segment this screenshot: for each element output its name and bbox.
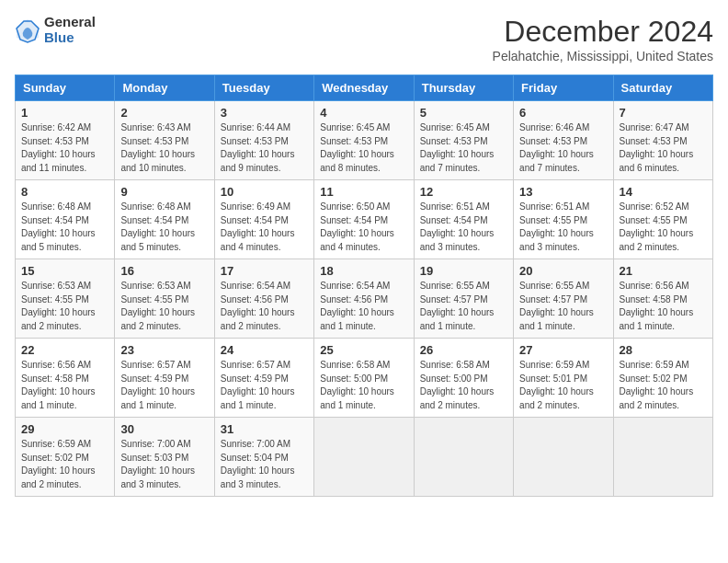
calendar-cell: 17Sunrise: 6:54 AMSunset: 4:56 PMDayligh… [214, 259, 313, 339]
calendar-cell: 24Sunrise: 6:57 AMSunset: 4:59 PMDayligh… [214, 339, 313, 418]
calendar-cell: 16Sunrise: 6:53 AMSunset: 4:55 PMDayligh… [115, 259, 214, 339]
calendar-cell: 28Sunrise: 6:59 AMSunset: 5:02 PMDayligh… [613, 339, 712, 418]
day-number: 4 [320, 106, 407, 120]
day-number: 3 [221, 106, 308, 120]
logo: General Blue [15, 15, 96, 45]
page-header: General Blue December 2024 Pelahatchie, … [15, 15, 713, 63]
calendar-week-4: 22Sunrise: 6:56 AMSunset: 4:58 PMDayligh… [16, 339, 713, 418]
calendar-cell: 20Sunrise: 6:55 AMSunset: 4:57 PMDayligh… [514, 259, 613, 339]
cell-details: Sunrise: 6:50 AMSunset: 4:54 PMDaylight:… [320, 201, 407, 254]
calendar-week-5: 29Sunrise: 6:59 AMSunset: 5:02 PMDayligh… [16, 418, 713, 497]
calendar-cell: 5Sunrise: 6:45 AMSunset: 4:53 PMDaylight… [414, 101, 513, 180]
day-number: 1 [21, 106, 108, 120]
calendar-cell: 3Sunrise: 6:44 AMSunset: 4:53 PMDaylight… [214, 101, 313, 180]
calendar-week-3: 15Sunrise: 6:53 AMSunset: 4:55 PMDayligh… [16, 259, 713, 339]
calendar-header-friday: Friday [514, 75, 613, 101]
calendar-cell [613, 418, 712, 497]
title-section: December 2024 Pelahatchie, Mississippi, … [493, 15, 713, 63]
day-number: 13 [519, 185, 607, 199]
calendar-cell [414, 418, 513, 497]
calendar-header-sunday: Sunday [16, 75, 115, 101]
day-number: 19 [420, 264, 507, 278]
day-number: 30 [120, 422, 208, 436]
day-number: 25 [320, 343, 407, 357]
calendar-cell: 14Sunrise: 6:52 AMSunset: 4:55 PMDayligh… [613, 180, 712, 259]
cell-details: Sunrise: 6:53 AMSunset: 4:55 PMDaylight:… [21, 280, 108, 333]
calendar-cell: 4Sunrise: 6:45 AMSunset: 4:53 PMDaylight… [314, 101, 414, 180]
calendar-cell: 21Sunrise: 6:56 AMSunset: 4:58 PMDayligh… [613, 259, 712, 339]
calendar-cell: 10Sunrise: 6:49 AMSunset: 4:54 PMDayligh… [214, 180, 313, 259]
cell-details: Sunrise: 6:48 AMSunset: 4:54 PMDaylight:… [21, 201, 108, 254]
day-number: 31 [221, 422, 308, 436]
logo-icon [15, 17, 40, 43]
cell-details: Sunrise: 6:56 AMSunset: 4:58 PMDaylight:… [21, 359, 108, 412]
day-number: 28 [620, 343, 707, 357]
day-number: 16 [120, 264, 208, 278]
cell-details: Sunrise: 6:55 AMSunset: 4:57 PMDaylight:… [519, 280, 607, 333]
day-number: 18 [320, 264, 407, 278]
calendar-cell: 1Sunrise: 6:42 AMSunset: 4:53 PMDaylight… [16, 101, 115, 180]
cell-details: Sunrise: 6:42 AMSunset: 4:53 PMDaylight:… [21, 121, 108, 175]
calendar-cell: 31Sunrise: 7:00 AMSunset: 5:04 PMDayligh… [214, 418, 313, 497]
day-number: 21 [620, 264, 707, 278]
day-number: 15 [21, 264, 108, 278]
day-number: 5 [420, 106, 507, 120]
calendar-header-row: SundayMondayTuesdayWednesdayThursdayFrid… [16, 75, 713, 101]
day-number: 29 [21, 422, 108, 436]
calendar-cell: 26Sunrise: 6:58 AMSunset: 5:00 PMDayligh… [414, 339, 513, 418]
calendar-header-monday: Monday [115, 75, 214, 101]
cell-details: Sunrise: 6:54 AMSunset: 4:56 PMDaylight:… [221, 280, 308, 333]
cell-details: Sunrise: 6:45 AMSunset: 4:53 PMDaylight:… [420, 121, 507, 175]
cell-details: Sunrise: 6:58 AMSunset: 5:00 PMDaylight:… [320, 359, 407, 412]
calendar-cell: 2Sunrise: 6:43 AMSunset: 4:53 PMDaylight… [115, 101, 214, 180]
day-number: 10 [221, 185, 308, 199]
logo-blue-text: Blue [44, 30, 96, 46]
day-number: 24 [221, 343, 308, 357]
month-title: December 2024 [493, 15, 713, 49]
cell-details: Sunrise: 6:59 AMSunset: 5:01 PMDaylight:… [519, 359, 607, 412]
cell-details: Sunrise: 6:54 AMSunset: 4:56 PMDaylight:… [320, 280, 407, 333]
day-number: 17 [221, 264, 308, 278]
cell-details: Sunrise: 6:44 AMSunset: 4:53 PMDaylight:… [221, 121, 308, 175]
cell-details: Sunrise: 6:51 AMSunset: 4:55 PMDaylight:… [519, 201, 607, 254]
calendar-header-thursday: Thursday [414, 75, 513, 101]
day-number: 11 [320, 185, 407, 199]
cell-details: Sunrise: 6:48 AMSunset: 4:54 PMDaylight:… [120, 201, 208, 254]
calendar-cell: 13Sunrise: 6:51 AMSunset: 4:55 PMDayligh… [514, 180, 613, 259]
day-number: 6 [519, 106, 607, 120]
calendar-table: SundayMondayTuesdayWednesdayThursdayFrid… [15, 75, 713, 497]
cell-details: Sunrise: 6:57 AMSunset: 4:59 PMDaylight:… [120, 359, 208, 412]
cell-details: Sunrise: 7:00 AMSunset: 5:04 PMDaylight:… [221, 438, 308, 491]
logo-text: General Blue [44, 15, 96, 45]
cell-details: Sunrise: 6:53 AMSunset: 4:55 PMDaylight:… [120, 280, 208, 333]
cell-details: Sunrise: 6:47 AMSunset: 4:53 PMDaylight:… [620, 121, 707, 175]
cell-details: Sunrise: 6:59 AMSunset: 5:02 PMDaylight:… [21, 438, 108, 491]
cell-details: Sunrise: 6:57 AMSunset: 4:59 PMDaylight:… [221, 359, 308, 412]
calendar-week-1: 1Sunrise: 6:42 AMSunset: 4:53 PMDaylight… [16, 101, 713, 180]
day-number: 14 [620, 185, 707, 199]
calendar-cell: 6Sunrise: 6:46 AMSunset: 4:53 PMDaylight… [514, 101, 613, 180]
cell-details: Sunrise: 6:46 AMSunset: 4:53 PMDaylight:… [519, 121, 607, 175]
logo-general-text: General [44, 15, 96, 30]
calendar-cell: 25Sunrise: 6:58 AMSunset: 5:00 PMDayligh… [314, 339, 414, 418]
calendar-header-tuesday: Tuesday [214, 75, 313, 101]
day-number: 26 [420, 343, 507, 357]
location: Pelahatchie, Mississippi, United States [493, 49, 713, 63]
cell-details: Sunrise: 6:59 AMSunset: 5:02 PMDaylight:… [620, 359, 707, 412]
cell-details: Sunrise: 6:43 AMSunset: 4:53 PMDaylight:… [120, 121, 208, 175]
calendar-cell: 7Sunrise: 6:47 AMSunset: 4:53 PMDaylight… [613, 101, 712, 180]
calendar-cell: 8Sunrise: 6:48 AMSunset: 4:54 PMDaylight… [16, 180, 115, 259]
calendar-cell [514, 418, 613, 497]
day-number: 20 [519, 264, 607, 278]
calendar-header-saturday: Saturday [613, 75, 712, 101]
calendar-cell: 11Sunrise: 6:50 AMSunset: 4:54 PMDayligh… [314, 180, 414, 259]
day-number: 8 [21, 185, 108, 199]
calendar-header-wednesday: Wednesday [314, 75, 414, 101]
calendar-cell: 23Sunrise: 6:57 AMSunset: 4:59 PMDayligh… [115, 339, 214, 418]
cell-details: Sunrise: 6:51 AMSunset: 4:54 PMDaylight:… [420, 201, 507, 254]
cell-details: Sunrise: 6:55 AMSunset: 4:57 PMDaylight:… [420, 280, 507, 333]
cell-details: Sunrise: 6:58 AMSunset: 5:00 PMDaylight:… [420, 359, 507, 412]
calendar-cell: 19Sunrise: 6:55 AMSunset: 4:57 PMDayligh… [414, 259, 513, 339]
day-number: 22 [21, 343, 108, 357]
calendar-cell [314, 418, 414, 497]
